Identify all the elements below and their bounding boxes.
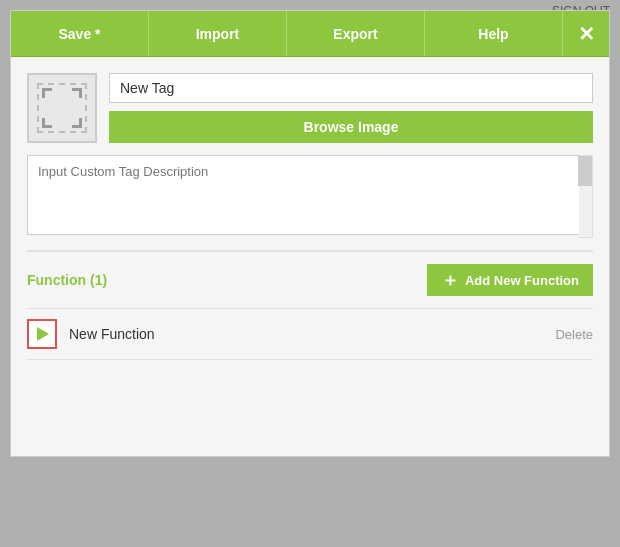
corner-tl bbox=[42, 88, 52, 98]
description-textarea[interactable] bbox=[27, 155, 593, 235]
function-header: Function (1) ＋ Add New Function bbox=[27, 264, 593, 296]
export-button[interactable]: Export bbox=[287, 11, 425, 56]
main-panel: Save * Import Export Help ✕ Brow bbox=[10, 10, 610, 457]
empty-area bbox=[27, 360, 593, 440]
tag-inputs: Browse Image bbox=[109, 73, 593, 143]
function-title: Function (1) bbox=[27, 272, 107, 288]
corner-br bbox=[72, 118, 82, 128]
corner-bl bbox=[42, 118, 52, 128]
tag-name-input[interactable] bbox=[109, 73, 593, 103]
tag-image-placeholder bbox=[27, 73, 97, 143]
tag-image-corners bbox=[42, 88, 82, 128]
table-row: New Function Delete bbox=[27, 309, 593, 360]
function-list: New Function Delete bbox=[27, 308, 593, 360]
function-section: Function (1) ＋ Add New Function New Func… bbox=[27, 250, 593, 360]
plus-icon: ＋ bbox=[441, 271, 459, 289]
function-name-label: New Function bbox=[69, 326, 555, 342]
help-button[interactable]: Help bbox=[425, 11, 563, 56]
corner-tr bbox=[72, 88, 82, 98]
content-area: Browse Image Function (1) ＋ Add New Func… bbox=[11, 57, 609, 456]
add-function-button[interactable]: ＋ Add New Function bbox=[427, 264, 593, 296]
scrollbar-track[interactable] bbox=[579, 155, 593, 238]
close-button[interactable]: ✕ bbox=[563, 11, 609, 56]
import-button[interactable]: Import bbox=[149, 11, 287, 56]
tag-image-inner bbox=[37, 83, 87, 133]
save-button[interactable]: Save * bbox=[11, 11, 149, 56]
play-icon bbox=[37, 327, 49, 341]
add-function-label: Add New Function bbox=[465, 273, 579, 288]
function-play-button[interactable] bbox=[27, 319, 57, 349]
delete-function-link[interactable]: Delete bbox=[555, 327, 593, 342]
browse-image-button[interactable]: Browse Image bbox=[109, 111, 593, 143]
tag-row: Browse Image bbox=[27, 73, 593, 143]
description-area bbox=[27, 155, 593, 238]
toolbar: Save * Import Export Help ✕ bbox=[11, 11, 609, 57]
scrollbar-thumb[interactable] bbox=[578, 156, 592, 186]
